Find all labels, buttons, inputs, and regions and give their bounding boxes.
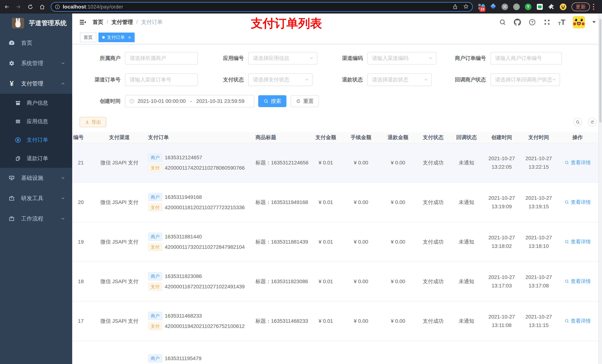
extension-grid-icon[interactable]: 10 <box>478 3 485 10</box>
pay-status-filter-label: 支付状态 <box>198 76 248 83</box>
tab-close-icon[interactable]: × <box>128 35 131 40</box>
cell-pay-time: 2021-10-2713:22:15 <box>520 154 557 171</box>
sidebar-item-system[interactable]: 系统管理 <box>0 53 72 73</box>
page-scrollbar[interactable] <box>598 13 602 364</box>
tab-pay-order[interactable]: 支付订单 × <box>98 32 135 42</box>
scrollbar-thumb[interactable] <box>599 19 602 123</box>
refresh-table-button[interactable] <box>588 118 596 126</box>
sidebar-item-label: 退款订单 <box>27 155 48 162</box>
briefcase-icon <box>8 195 15 202</box>
view-detail-link[interactable]: 查看详情 <box>564 278 591 285</box>
extensions-puzzle-icon[interactable] <box>548 3 555 10</box>
cell-pay-amount: ¥ 0.01 <box>309 279 343 284</box>
active-tab-dot <box>102 36 105 39</box>
pay-tag: 支付 <box>148 322 162 330</box>
merchant-order-no: 1635311881440 <box>165 234 202 240</box>
browser-update-button[interactable]: 更新 <box>571 2 590 11</box>
create-time-range-picker[interactable]: 2021-10-01 00:00:00 - 2021-10-31 23:59:5… <box>125 95 254 107</box>
channel-code-filter-label: 渠道编码 <box>317 55 367 62</box>
sidebar-item-refund-order[interactable]: 退款订单 <box>0 149 72 168</box>
column-header-7: 退款金额 <box>379 134 417 141</box>
cell-id: 17 <box>72 318 94 324</box>
browser-forward-button[interactable] <box>13 2 24 12</box>
browser-reload-button[interactable] <box>25 2 35 12</box>
search-button[interactable]: 搜索 <box>258 95 286 107</box>
sidebar-item-workflow[interactable]: 工作流程 <box>0 208 72 229</box>
cell-notify-status: 未通知 <box>450 318 483 325</box>
table-row: 19微信 JSAPI 支付商户1635311881440支付4200001173… <box>72 222 602 262</box>
column-header-3: 支付订单 <box>144 134 256 141</box>
browser-back-button[interactable] <box>1 2 12 12</box>
cell-pay-order: 商户1635312124657支付42000011742021102780605… <box>144 151 256 174</box>
font-size-icon[interactable]: TT <box>558 19 565 26</box>
view-detail-link[interactable]: 查看详情 <box>564 159 591 166</box>
merchant-select[interactable] <box>125 52 198 64</box>
merchant-order-no: 1635311949168 <box>165 194 202 200</box>
cell-notify-status: 未通知 <box>450 199 483 206</box>
sidebar-item-infra[interactable]: 基础设施 <box>0 168 72 188</box>
column-header-1: 编号 <box>72 134 94 141</box>
view-detail-link[interactable]: 查看详情 <box>564 318 591 324</box>
cell-pay-order: 商户1635311468233支付42000011942021102767521… <box>144 310 256 333</box>
github-icon[interactable] <box>514 19 521 26</box>
channel-code-select[interactable] <box>367 52 436 64</box>
app-select[interactable] <box>248 52 317 64</box>
cell-fee-amount: ¥ 0.00 <box>343 199 379 205</box>
bookmark-star-icon[interactable] <box>463 3 469 10</box>
refund-status-select[interactable] <box>367 73 432 86</box>
view-detail-link[interactable]: 查看详情 <box>564 239 591 245</box>
share-icon[interactable] <box>452 3 458 10</box>
table-row: 18微信 JSAPI 支付商户1635311823086支付4200001167… <box>72 262 602 302</box>
avatar-caret-icon[interactable] <box>592 21 596 23</box>
channel-order-no: 4200001174202110278060590766 <box>165 165 245 171</box>
merchant-tag: 商户 <box>148 312 162 320</box>
sidebar-item-merchant-info[interactable]: 商户信息 <box>0 94 72 112</box>
browser-home-button[interactable] <box>37 2 47 12</box>
export-button[interactable]: 导出 <box>80 117 106 127</box>
sidebar-item-label: 支付管理 <box>21 80 43 87</box>
monitor-icon <box>8 174 15 181</box>
extension-emoji-icon[interactable] <box>559 3 567 10</box>
extension-record-icon[interactable] <box>513 3 520 10</box>
extension-chat-icon[interactable] <box>536 3 543 10</box>
address-bar[interactable]: localhost:1024/pay/order <box>51 2 473 12</box>
header-search-icon[interactable] <box>499 19 506 26</box>
user-avatar[interactable] <box>573 16 585 28</box>
extension-y-icon[interactable]: Y <box>525 3 532 10</box>
breadcrumb-home[interactable]: 首页 <box>93 19 103 26</box>
cell-notify-status: 未通知 <box>450 278 483 285</box>
cell-fee-amount: ¥ 0.00 <box>343 279 379 284</box>
breadcrumb-pay-manage[interactable]: 支付管理 <box>111 19 133 26</box>
app-logo: 芋道管理系统 <box>0 13 72 33</box>
clock-icon <box>129 98 135 104</box>
tab-home[interactable]: 首页 <box>80 32 96 42</box>
sidebar-item-devtools[interactable]: 研发工具 <box>0 188 72 208</box>
cell-pay-order: 商户1635311881440支付42000011732021102728479… <box>144 230 256 253</box>
fullscreen-icon[interactable] <box>543 19 551 26</box>
sidebar-item-payment[interactable]: ¥支付管理 <box>0 73 72 94</box>
reset-button[interactable]: 重置 <box>291 95 319 107</box>
notify-status-select[interactable] <box>490 73 560 86</box>
sidebar-item-pay-order[interactable]: 支付订单 <box>0 131 72 149</box>
help-icon[interactable]: ? <box>528 19 536 26</box>
extension-command-icon[interactable]: ⌘ <box>501 3 508 10</box>
hamburger-icon[interactable] <box>79 18 87 26</box>
pay-status-select[interactable] <box>248 73 313 86</box>
toggle-search-button[interactable] <box>573 118 582 126</box>
merchant-order-no: 1635311468233 <box>165 313 202 319</box>
tab-home-label: 首页 <box>84 34 93 40</box>
submenu-payment: 商户信息应用信息支付订单退款订单 <box>0 94 72 168</box>
cell-action: 查看详情 <box>557 239 598 245</box>
merchant-order-no-input[interactable] <box>490 52 562 64</box>
chevron-up-icon <box>60 81 65 86</box>
browser-menu-icon[interactable] <box>593 4 594 10</box>
sidebar-item-home[interactable]: 首页 <box>0 33 72 53</box>
sidebar-item-app-info[interactable]: 应用信息 <box>0 112 72 131</box>
cell-title: 标题：1635311881439 <box>256 239 309 245</box>
merchant-tag: 商户 <box>148 272 162 281</box>
merchant-order-no: 1635312124657 <box>165 155 202 161</box>
channel-order-no-input[interactable] <box>125 73 198 86</box>
view-detail-link[interactable]: 查看详情 <box>564 199 591 206</box>
extension-gem-icon[interactable] <box>490 3 497 10</box>
site-info-icon[interactable] <box>55 4 60 10</box>
